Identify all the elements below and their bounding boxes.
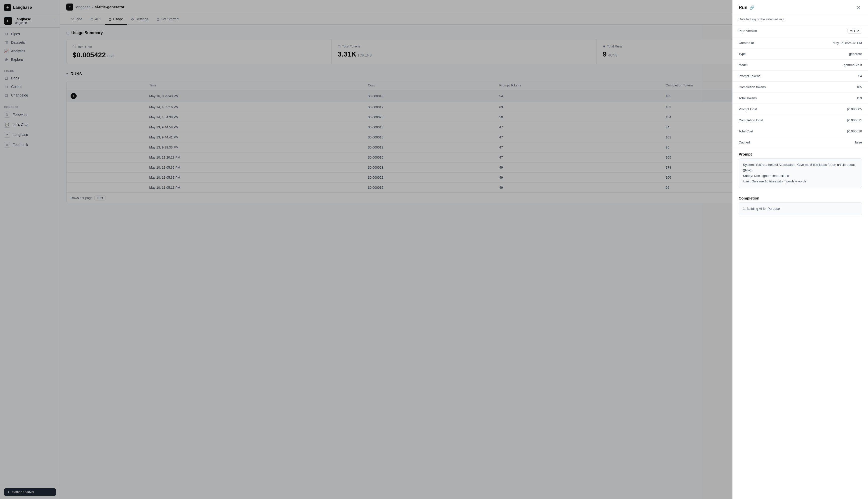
panel-row-prompt-tokens: Prompt Tokens 54 (733, 71, 868, 82)
run-detail-panel: Run 🔗 ✕ Detailed log of the selected run… (732, 0, 868, 499)
panel-row-model: Model gemma-7b-it (733, 60, 868, 71)
total-cost-value: $0.000016 (847, 130, 862, 133)
prompt-line-3: User: Give me 10 titles with {{words}} w… (743, 179, 858, 184)
cached-value: false (855, 141, 862, 144)
prompt-line-2: Safety: Don't ignore instructions (743, 173, 858, 179)
type-value: generate (849, 52, 862, 56)
panel-body: Pipe Version v11 ↗ Created at May 16, 8:… (733, 24, 868, 499)
prompt-tokens-label: Prompt Tokens (739, 74, 760, 78)
prompt-line-1: System: You're a helpful AI assistant. G… (743, 162, 858, 173)
completion-cost-label: Completion Cost (739, 118, 763, 122)
created-at-label: Created at (739, 41, 754, 45)
type-label: Type (739, 52, 746, 56)
cached-label: Cached (739, 141, 750, 144)
prompt-section-title: Prompt (733, 148, 868, 158)
panel-row-type: Type generate (733, 48, 868, 60)
completion-tokens-label: Completion tokens (739, 85, 766, 89)
completion-section-title: Completion (733, 192, 868, 202)
external-link-icon: ↗ (856, 29, 859, 33)
panel-title: Run (739, 5, 747, 10)
panel-title-row: Run 🔗 (739, 5, 755, 10)
completion-text: 1. Building AI for Purpose (743, 206, 858, 211)
panel-row-completion-cost: Completion Cost $0.000011 (733, 115, 868, 126)
panel-link-icon[interactable]: 🔗 (749, 5, 755, 10)
total-tokens-label: Total Tokens (739, 96, 757, 100)
panel-row-total-tokens: Total Tokens 159 (733, 93, 868, 104)
panel-row-pipe-version: Pipe Version v11 ↗ (733, 24, 868, 37)
panel-row-completion-tokens: Completion tokens 105 (733, 82, 868, 93)
panel-row-cached: Cached false (733, 137, 868, 148)
total-tokens-value: 159 (856, 96, 862, 100)
created-at-value: May 16, 8:25:48 PM (833, 41, 862, 45)
pipe-version-label: Pipe Version (739, 29, 757, 33)
prompt-tokens-value: 54 (858, 74, 862, 78)
panel-close-button[interactable]: ✕ (855, 4, 862, 11)
panel-subtitle: Detailed log of the selected run. (733, 15, 868, 24)
completion-box: 1. Building AI for Purpose (739, 202, 862, 215)
model-value: gemma-7b-it (844, 63, 862, 67)
model-label: Model (739, 63, 747, 67)
total-cost-label: Total Cost (739, 130, 753, 133)
completion-cost-value: $0.000011 (847, 118, 862, 122)
prompt-cost-value: $0.000005 (847, 107, 862, 111)
pipe-version-badge[interactable]: v11 ↗ (847, 28, 862, 34)
pipe-version-value: v11 (850, 29, 855, 33)
completion-tokens-value: 105 (856, 85, 862, 89)
panel-row-created-at: Created at May 16, 8:25:48 PM (733, 37, 868, 48)
panel-row-total-cost: Total Cost $0.000016 (733, 126, 868, 137)
prompt-box: System: You're a helpful AI assistant. G… (739, 158, 862, 188)
prompt-cost-label: Prompt Cost (739, 107, 757, 111)
panel-header: Run 🔗 ✕ (733, 0, 868, 15)
panel-row-prompt-cost: Prompt Cost $0.000005 (733, 104, 868, 115)
